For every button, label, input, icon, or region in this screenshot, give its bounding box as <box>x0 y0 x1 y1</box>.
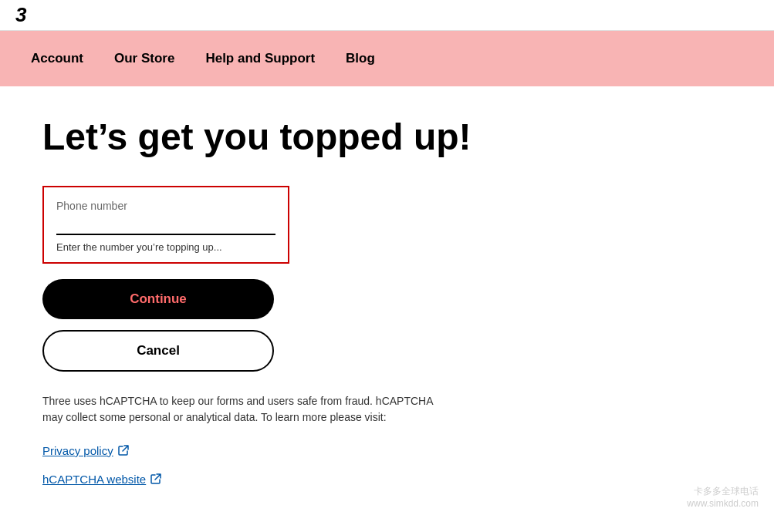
privacy-policy-link[interactable]: Privacy policy <box>42 444 113 457</box>
captcha-text: Three uses hCAPTCHA to keep our forms an… <box>42 393 444 426</box>
nav-item-blog[interactable]: Blog <box>346 51 375 66</box>
watermark-line1: 卡多多全球电话 <box>687 485 759 498</box>
cancel-button[interactable]: Cancel <box>42 330 274 372</box>
nav-item-our-store[interactable]: Our Store <box>114 51 174 66</box>
external-link-icon-2 <box>150 473 161 484</box>
phone-input[interactable] <box>56 217 275 235</box>
external-link-icon <box>118 445 129 456</box>
phone-input-box: Phone number Enter the number you’re top… <box>42 186 289 264</box>
nav-bar: Account Our Store Help and Support Blog <box>0 31 774 86</box>
hcaptcha-link-row: hCAPTCHA website <box>42 473 498 486</box>
privacy-policy-link-row: Privacy policy <box>42 444 498 457</box>
top-bar: 3 <box>0 0 774 31</box>
phone-input-hint: Enter the number you’re topping up... <box>56 241 275 253</box>
page-title: Let’s get you topped up! <box>42 117 498 158</box>
continue-button[interactable]: Continue <box>42 279 274 319</box>
logo: 3 <box>15 3 26 27</box>
main-content: Let’s get you topped up! Phone number En… <box>0 86 540 532</box>
nav-item-help-and-support[interactable]: Help and Support <box>205 51 315 66</box>
hcaptcha-link[interactable]: hCAPTCHA website <box>42 473 146 486</box>
watermark: 卡多多全球电话 www.simkdd.com <box>687 485 759 509</box>
phone-input-label: Phone number <box>56 200 275 212</box>
nav-item-account[interactable]: Account <box>31 51 83 66</box>
watermark-line2: www.simkdd.com <box>687 498 759 509</box>
